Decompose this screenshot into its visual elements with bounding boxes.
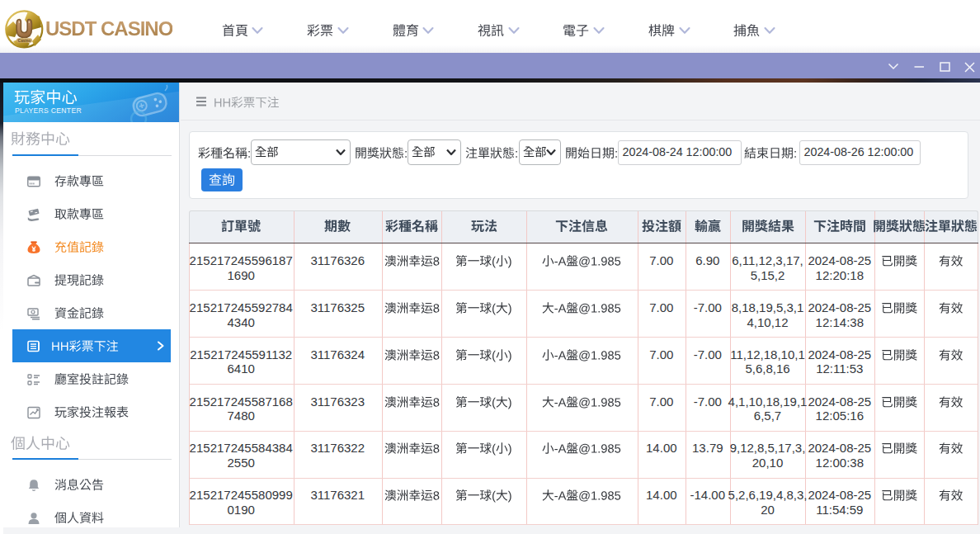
- svg-text:Casino: Casino: [18, 39, 31, 43]
